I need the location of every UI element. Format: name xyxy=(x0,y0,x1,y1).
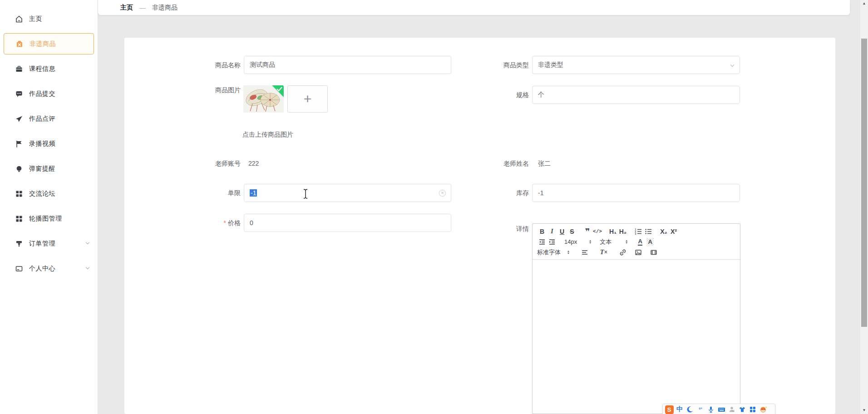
ordered-list-button[interactable]: 123 xyxy=(633,227,643,237)
code-button[interactable]: </> xyxy=(592,227,602,237)
sidebar-item-carousel-mgmt[interactable]: 轮播图管理 xyxy=(0,206,98,231)
teacher-name-value: 张二 xyxy=(538,154,551,172)
night-mode-icon[interactable] xyxy=(686,405,695,414)
add-image-button[interactable]: + xyxy=(287,85,328,113)
italic-button[interactable]: I xyxy=(547,227,557,237)
bank-card-icon xyxy=(15,265,23,273)
stock-label: 库存 xyxy=(413,184,529,202)
sidebar-item-label: 交流论坛 xyxy=(29,190,55,198)
sidebar-item-label: 作品提交 xyxy=(29,90,55,98)
indent-button[interactable] xyxy=(547,237,557,247)
heading1-button[interactable]: H₁ xyxy=(608,227,618,237)
subscript-button[interactable]: X₂ xyxy=(659,227,669,237)
superscript-button[interactable]: X² xyxy=(669,227,679,237)
goods-icon xyxy=(15,40,24,48)
link-button[interactable] xyxy=(618,247,628,257)
sidebar-item-label: 主页 xyxy=(29,15,42,23)
stepper-icon: ▲▼ xyxy=(589,240,592,244)
ime-toolbar: S 中 °’ 10 xyxy=(662,404,775,414)
sidebar-item-heritage-goods[interactable]: 非遗商品 xyxy=(4,33,94,54)
background-color-button[interactable]: A xyxy=(645,237,655,247)
page-scrollbar: ▲ ▼ xyxy=(860,0,868,414)
breadcrumb-home[interactable]: 主页 xyxy=(120,4,133,12)
toolbox-icon[interactable] xyxy=(748,405,757,414)
breadcrumb: 主页 — 非遗商品 xyxy=(98,0,850,15)
image-button[interactable] xyxy=(633,247,643,257)
heading2-button[interactable]: H₂ xyxy=(618,227,628,237)
chevron-down-icon xyxy=(85,265,90,273)
punctuation-icon[interactable]: °’ xyxy=(696,405,705,414)
teacher-account-value: 222 xyxy=(248,154,259,172)
align-button[interactable] xyxy=(580,247,590,257)
sidebar-item-work-review[interactable]: 作品点评 xyxy=(0,106,98,131)
sogou-logo-letter: S xyxy=(665,405,674,414)
sidebar-item-popup-reminder[interactable]: 弹窗提醒 xyxy=(0,156,98,181)
editor-content-area[interactable] xyxy=(533,260,740,413)
grid-icon xyxy=(15,190,23,198)
comment-icon xyxy=(15,90,23,98)
account-icon[interactable]: 10 xyxy=(727,405,736,414)
font-color-button[interactable]: A xyxy=(635,237,645,247)
send-icon xyxy=(15,115,23,123)
chinese-mode-icon[interactable]: 中 xyxy=(675,405,684,414)
clear-format-button[interactable]: T× xyxy=(599,247,609,257)
briefcase-icon xyxy=(15,65,23,73)
font-size-select[interactable]: 14px ▲▼ xyxy=(564,238,592,245)
stock-input[interactable] xyxy=(532,184,740,202)
strikethrough-button[interactable]: S xyxy=(567,227,577,237)
sidebar-item-course-info[interactable]: 课程信息 xyxy=(0,56,98,81)
sidebar-item-label: 个人中心 xyxy=(29,265,55,273)
scroll-up-arrow[interactable]: ▲ xyxy=(860,0,868,7)
product-type-select[interactable]: 非遗类型 xyxy=(532,56,740,74)
grid-icon xyxy=(15,215,23,223)
sidebar-item-profile[interactable]: 个人中心 xyxy=(0,256,98,281)
sidebar-item-label: 录播视频 xyxy=(29,140,55,148)
required-asterisk: * xyxy=(224,219,226,227)
upload-hint: 点击上传商品图片 xyxy=(242,131,293,139)
product-form-card: 商品名称 商品类型 非遗类型 商品图片 xyxy=(124,38,835,414)
sidebar-item-forum[interactable]: 交流论坛 xyxy=(0,181,98,206)
sidebar-item-home[interactable]: 主页 xyxy=(0,6,98,31)
plus-icon: + xyxy=(304,91,312,107)
spec-label: 规格 xyxy=(413,86,529,104)
format-select[interactable]: 文本 ▲▼ xyxy=(600,238,628,246)
sidebar-item-recorded-video[interactable]: 录播视频 xyxy=(0,131,98,156)
emoji-icon[interactable] xyxy=(759,405,768,414)
bullet-list-button[interactable] xyxy=(643,227,653,237)
voice-input-icon[interactable] xyxy=(706,405,715,414)
chevron-down-icon xyxy=(85,240,90,248)
teacher-name-label: 老师姓名 xyxy=(413,154,529,172)
scrollbar-thumb[interactable] xyxy=(861,39,867,327)
blockquote-button[interactable]: ❞ xyxy=(582,227,592,237)
product-image-thumbnail[interactable] xyxy=(243,85,284,113)
detail-label: 详情 xyxy=(413,220,529,238)
editor-toolbar: B I U S ❞ </> H₁ H₂ 123 X₂ X² xyxy=(533,224,740,260)
outdent-button[interactable] xyxy=(537,237,547,247)
format-value: 文本 xyxy=(600,238,612,246)
skin-icon[interactable] xyxy=(738,405,747,414)
underline-button[interactable]: U xyxy=(557,227,567,237)
funnel-icon xyxy=(15,240,23,248)
sogou-logo-icon[interactable]: S xyxy=(665,405,674,414)
chevron-down-icon xyxy=(730,63,735,70)
sidebar-item-label: 轮播图管理 xyxy=(29,215,62,223)
font-family-select[interactable]: 标准字体 ▲▼ xyxy=(537,248,570,256)
scroll-down-arrow[interactable]: ▼ xyxy=(860,407,868,414)
price-label: *价格 xyxy=(124,214,241,232)
price-label-text: 价格 xyxy=(228,219,241,227)
svg-text:3: 3 xyxy=(635,232,636,235)
spec-input[interactable] xyxy=(532,86,740,104)
sidebar-item-order-mgmt[interactable]: 订单管理 xyxy=(0,231,98,256)
sidebar-item-work-submit[interactable]: 作品提交 xyxy=(0,81,98,106)
font-family-value: 标准字体 xyxy=(537,248,561,256)
video-button[interactable] xyxy=(649,247,659,257)
font-color-label: A xyxy=(638,238,642,246)
flag-icon xyxy=(15,140,23,148)
product-type-value: 非遗类型 xyxy=(538,61,563,69)
keyboard-icon[interactable] xyxy=(717,405,726,414)
sidebar: 主页 非遗商品 课程信息 作品提交 作品点评 录播视频 弹窗提醒 xyxy=(0,0,98,414)
product-image-label: 商品图片 xyxy=(124,83,241,97)
product-name-label: 商品名称 xyxy=(124,56,241,74)
bold-button[interactable]: B xyxy=(537,227,547,237)
breadcrumb-separator: — xyxy=(139,4,146,11)
